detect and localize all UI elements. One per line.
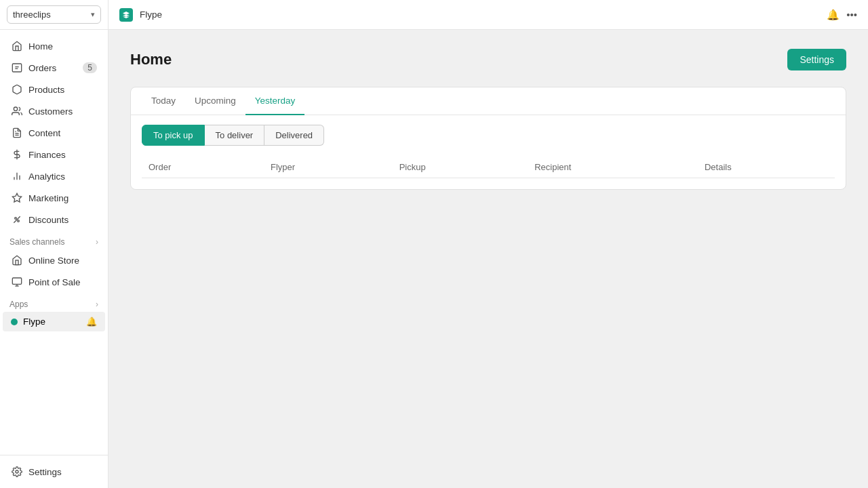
chevron-down-icon: ▾ — [91, 10, 95, 19]
tab-today[interactable]: Today — [142, 87, 185, 115]
svg-rect-14 — [16, 260, 18, 265]
sidebar: threeclips ▾ Home Orders 5 Products — [0, 0, 108, 488]
sidebar-item-flype[interactable]: Flype 🔔 — [3, 312, 105, 331]
subtab-bar: To pick up To deliver Delivered — [131, 115, 846, 146]
discounts-icon — [11, 214, 23, 226]
sidebar-item-label: Marketing — [28, 193, 68, 203]
table-header: Order Flyper Pickup Recipient Details — [142, 157, 835, 178]
point-of-sale-icon — [11, 276, 23, 288]
topbar-title: Flype — [140, 9, 162, 20]
main-wrapper: Flype 🔔 ••• Home Settings Today Upcoming… — [108, 0, 868, 488]
col-order: Order — [142, 157, 264, 178]
svg-rect-15 — [12, 278, 21, 284]
page-header: Home Settings — [130, 49, 846, 70]
subtab-to-pick-up[interactable]: To pick up — [142, 125, 205, 146]
svg-point-3 — [14, 107, 17, 110]
sidebar-item-content[interactable]: Content — [3, 122, 105, 144]
settings-icon — [11, 466, 23, 478]
col-flyper: Flyper — [264, 157, 393, 178]
analytics-icon — [11, 170, 23, 182]
store-selector[interactable]: threeclips ▾ — [7, 5, 101, 24]
col-details: Details — [698, 157, 835, 178]
sidebar-item-discounts[interactable]: Discounts — [3, 209, 105, 230]
sales-channels-section: Sales channels › — [0, 230, 108, 249]
expand-icon[interactable]: › — [96, 237, 98, 247]
svg-rect-0 — [12, 64, 21, 72]
marketing-icon — [11, 192, 23, 204]
sidebar-item-label: Online Store — [28, 256, 79, 266]
settings-button[interactable]: Settings — [787, 49, 846, 70]
svg-point-12 — [18, 220, 20, 222]
sidebar-item-online-store[interactable]: Online Store — [3, 249, 105, 271]
sidebar-item-point-of-sale[interactable]: Point of Sale — [3, 271, 105, 293]
col-recipient: Recipient — [528, 157, 698, 178]
home-icon — [11, 40, 23, 52]
sidebar-item-label: Discounts — [28, 215, 68, 225]
settings-label: Settings — [28, 467, 62, 477]
sidebar-item-products[interactable]: Products — [3, 79, 105, 100]
page-title: Home — [130, 51, 172, 68]
store-name: threeclips — [13, 9, 51, 20]
flype-bell-icon: 🔔 — [86, 317, 97, 327]
topbar-actions: 🔔 ••• — [827, 9, 857, 21]
subtab-delivered[interactable]: Delivered — [264, 125, 324, 146]
sidebar-item-finances[interactable]: Finances — [3, 144, 105, 165]
tab-yesterday[interactable]: Yesterday — [245, 87, 305, 115]
main-card: Today Upcoming Yesterday To pick up To d… — [130, 87, 846, 190]
products-icon — [11, 83, 23, 96]
sidebar-header: threeclips ▾ — [0, 0, 108, 30]
tab-bar: Today Upcoming Yesterday — [131, 87, 846, 115]
sidebar-item-label: Products — [28, 85, 64, 95]
topbar: Flype 🔔 ••• — [108, 0, 868, 30]
customers-icon — [11, 105, 23, 117]
sidebar-item-analytics[interactable]: Analytics — [3, 165, 105, 187]
flype-dot-icon — [11, 319, 18, 325]
subtab-to-deliver[interactable]: To deliver — [205, 125, 265, 146]
sidebar-item-label: Finances — [28, 150, 66, 160]
content-icon — [11, 127, 23, 139]
online-store-icon — [11, 254, 23, 266]
sidebar-item-label: Analytics — [28, 171, 65, 182]
svg-point-11 — [15, 218, 17, 220]
sidebar-item-label: Orders — [28, 63, 56, 73]
orders-badge: 5 — [83, 62, 97, 73]
sidebar-item-label: Point of Sale — [28, 277, 81, 287]
orders-table: Order Flyper Pickup Recipient Details — [142, 157, 835, 178]
sidebar-item-settings[interactable]: Settings — [3, 461, 105, 483]
svg-point-18 — [16, 470, 18, 473]
col-pickup: Pickup — [393, 157, 528, 178]
tab-upcoming[interactable]: Upcoming — [185, 87, 245, 115]
flype-app-icon — [119, 8, 133, 22]
svg-marker-10 — [12, 193, 21, 202]
sidebar-nav: Home Orders 5 Products Customers Conte — [0, 30, 108, 455]
sidebar-item-marketing[interactable]: Marketing — [3, 187, 105, 209]
main-content: Home Settings Today Upcoming Yesterday T… — [108, 30, 868, 488]
sidebar-footer: Settings — [0, 455, 108, 488]
sidebar-item-customers[interactable]: Customers — [3, 100, 105, 122]
finances-icon — [11, 148, 23, 161]
sidebar-item-label: Content — [28, 128, 60, 138]
sidebar-item-label: Flype — [23, 317, 45, 327]
sidebar-item-home[interactable]: Home — [3, 35, 105, 57]
sidebar-item-label: Home — [28, 41, 53, 52]
more-options-icon[interactable]: ••• — [846, 9, 857, 20]
apps-expand-icon[interactable]: › — [96, 300, 98, 309]
apps-section: Apps › — [0, 293, 108, 312]
table-container: Order Flyper Pickup Recipient Details — [131, 146, 846, 189]
orders-icon — [11, 62, 23, 74]
sidebar-item-orders[interactable]: Orders 5 — [3, 57, 105, 79]
sales-channels-label: Sales channels — [9, 237, 64, 247]
sidebar-item-label: Customers — [28, 106, 73, 117]
bell-icon[interactable]: 🔔 — [827, 9, 840, 21]
apps-label: Apps — [9, 300, 28, 309]
